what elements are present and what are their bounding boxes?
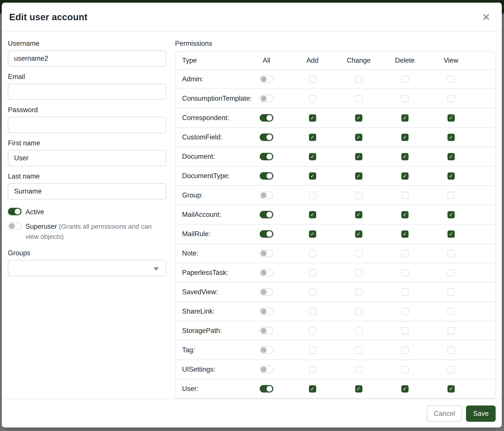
- permission-checkbox-change[interactable]: ✓: [355, 385, 362, 393]
- permission-checkbox-view[interactable]: ✓: [448, 192, 455, 199]
- permission-checkbox-change[interactable]: ✓: [355, 366, 362, 373]
- permission-checkbox-view[interactable]: ✓: [448, 250, 455, 257]
- permission-toggle-all[interactable]: [260, 230, 273, 238]
- permission-checkbox-delete[interactable]: ✓: [401, 211, 409, 218]
- permission-toggle-all[interactable]: [260, 95, 273, 102]
- permission-checkbox-delete[interactable]: ✓: [401, 347, 409, 354]
- permission-checkbox-add[interactable]: ✓: [309, 211, 316, 218]
- permission-checkbox-delete[interactable]: ✓: [401, 250, 409, 257]
- permission-checkbox-delete[interactable]: ✓: [401, 269, 409, 276]
- permission-checkbox-delete[interactable]: ✓: [401, 327, 409, 334]
- permission-checkbox-view[interactable]: ✓: [448, 366, 455, 373]
- cancel-button[interactable]: Cancel: [427, 405, 462, 422]
- permission-checkbox-add[interactable]: ✓: [309, 172, 316, 180]
- permission-checkbox-add[interactable]: ✓: [309, 76, 316, 83]
- active-toggle[interactable]: [8, 208, 22, 215]
- permission-toggle-all[interactable]: [260, 211, 273, 218]
- permission-checkbox-add[interactable]: ✓: [309, 95, 316, 102]
- permission-checkbox-delete[interactable]: ✓: [401, 153, 409, 160]
- permission-checkbox-add[interactable]: ✓: [309, 134, 316, 141]
- email-field[interactable]: [8, 84, 166, 100]
- permission-checkbox-view[interactable]: ✓: [448, 153, 455, 160]
- permission-toggle-all[interactable]: [260, 288, 273, 296]
- permission-checkbox-change[interactable]: ✓: [355, 211, 362, 218]
- groups-select[interactable]: [8, 260, 166, 276]
- permission-checkbox-change[interactable]: ✓: [355, 153, 362, 160]
- permission-checkbox-view[interactable]: ✓: [448, 76, 455, 83]
- permission-checkbox-add[interactable]: ✓: [309, 385, 316, 393]
- permission-toggle-all[interactable]: [260, 366, 273, 373]
- permission-checkbox-change[interactable]: ✓: [355, 95, 362, 102]
- permission-checkbox-view[interactable]: ✓: [448, 95, 455, 102]
- permission-toggle-all[interactable]: [260, 327, 273, 334]
- permission-checkbox-add[interactable]: ✓: [309, 288, 316, 296]
- permission-checkbox-delete[interactable]: ✓: [401, 192, 409, 199]
- permission-checkbox-change[interactable]: ✓: [355, 192, 362, 199]
- permission-checkbox-add[interactable]: ✓: [309, 230, 316, 238]
- permission-toggle-all[interactable]: [260, 114, 273, 122]
- permission-checkbox-add[interactable]: ✓: [309, 366, 316, 373]
- permission-checkbox-add[interactable]: ✓: [309, 114, 316, 122]
- permission-checkbox-delete[interactable]: ✓: [401, 385, 409, 393]
- permission-checkbox-delete[interactable]: ✓: [401, 172, 409, 180]
- permission-toggle-all[interactable]: [260, 172, 273, 180]
- permission-toggle-all[interactable]: [260, 153, 273, 160]
- permission-toggle-all[interactable]: [260, 75, 273, 83]
- permission-toggle-all[interactable]: [260, 250, 273, 257]
- permission-checkbox-delete[interactable]: ✓: [401, 366, 409, 373]
- permission-checkbox-view[interactable]: ✓: [448, 230, 455, 238]
- permission-checkbox-change[interactable]: ✓: [355, 172, 362, 180]
- permission-type-label: Note:: [175, 249, 244, 257]
- permission-checkbox-view[interactable]: ✓: [448, 134, 455, 141]
- permission-checkbox-change[interactable]: ✓: [355, 134, 362, 141]
- superuser-toggle[interactable]: [8, 222, 22, 230]
- permission-toggle-all[interactable]: [260, 269, 273, 276]
- permission-checkbox-add[interactable]: ✓: [309, 153, 316, 160]
- permission-checkbox-change[interactable]: ✓: [355, 114, 362, 122]
- permission-row: DocumentType:✓✓✓✓: [175, 166, 495, 185]
- permission-checkbox-change[interactable]: ✓: [355, 327, 362, 334]
- permission-checkbox-view[interactable]: ✓: [448, 172, 455, 180]
- permission-checkbox-view[interactable]: ✓: [448, 211, 455, 218]
- permission-toggle-all[interactable]: [260, 308, 273, 315]
- permission-checkbox-change[interactable]: ✓: [355, 230, 362, 238]
- permission-checkbox-delete[interactable]: ✓: [401, 308, 409, 315]
- permission-checkbox-delete[interactable]: ✓: [401, 95, 409, 102]
- save-button[interactable]: Save: [466, 405, 496, 422]
- permission-checkbox-add[interactable]: ✓: [309, 269, 316, 276]
- permission-checkbox-delete[interactable]: ✓: [401, 114, 409, 122]
- username-input[interactable]: [8, 50, 166, 67]
- permission-toggle-all[interactable]: [260, 134, 273, 141]
- permission-checkbox-add[interactable]: ✓: [309, 347, 316, 354]
- permission-toggle-all[interactable]: [260, 385, 273, 393]
- permission-checkbox-change[interactable]: ✓: [355, 250, 362, 257]
- permission-checkbox-change[interactable]: ✓: [355, 288, 362, 296]
- permission-checkbox-change[interactable]: ✓: [355, 76, 362, 83]
- permission-checkbox-change[interactable]: ✓: [355, 269, 362, 276]
- permission-checkbox-add[interactable]: ✓: [309, 250, 316, 257]
- permission-checkbox-add[interactable]: ✓: [309, 192, 316, 199]
- permission-checkbox-delete[interactable]: ✓: [401, 76, 409, 83]
- permission-checkbox-view[interactable]: ✓: [448, 385, 455, 393]
- permission-checkbox-view[interactable]: ✓: [448, 269, 455, 276]
- permission-checkbox-change[interactable]: ✓: [355, 308, 362, 315]
- permission-toggle-all[interactable]: [260, 346, 273, 354]
- permission-type-label: UISettings:: [175, 366, 244, 373]
- column-header-view: View: [428, 56, 474, 64]
- permission-checkbox-add[interactable]: ✓: [309, 327, 316, 334]
- permission-checkbox-view[interactable]: ✓: [448, 308, 455, 315]
- permission-checkbox-view[interactable]: ✓: [448, 347, 455, 354]
- first-name-input[interactable]: [8, 150, 166, 166]
- password-field[interactable]: [8, 117, 166, 133]
- permission-checkbox-change[interactable]: ✓: [355, 347, 362, 354]
- permission-checkbox-delete[interactable]: ✓: [401, 230, 409, 238]
- permission-toggle-all[interactable]: [260, 191, 273, 199]
- close-button[interactable]: ✕: [480, 11, 492, 23]
- permission-checkbox-add[interactable]: ✓: [309, 308, 316, 315]
- permission-checkbox-view[interactable]: ✓: [448, 114, 455, 122]
- permission-checkbox-view[interactable]: ✓: [448, 327, 455, 334]
- permission-checkbox-delete[interactable]: ✓: [401, 288, 409, 296]
- permission-checkbox-delete[interactable]: ✓: [401, 134, 409, 141]
- permission-checkbox-view[interactable]: ✓: [448, 288, 455, 296]
- last-name-input[interactable]: [8, 183, 166, 199]
